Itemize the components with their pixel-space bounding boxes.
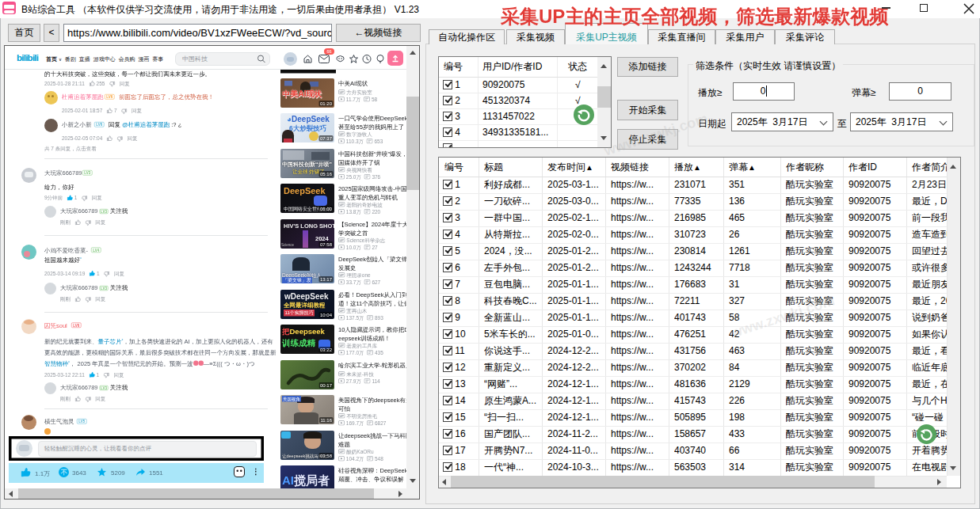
svg-text:UP: UP xyxy=(339,414,344,418)
svg-text:UP: UP xyxy=(339,203,344,207)
svg-text:UP: UP xyxy=(339,372,344,376)
svg-text:UP: UP xyxy=(339,344,344,348)
svg-text:UP: UP xyxy=(339,309,344,313)
svg-text:UP: UP xyxy=(339,273,344,277)
svg-text:UP: UP xyxy=(339,132,344,136)
svg-text:UP: UP xyxy=(339,90,344,94)
svg-text:UP: UP xyxy=(339,450,344,454)
svg-text:UP: UP xyxy=(339,168,344,172)
svg-text:UP: UP xyxy=(339,238,344,242)
